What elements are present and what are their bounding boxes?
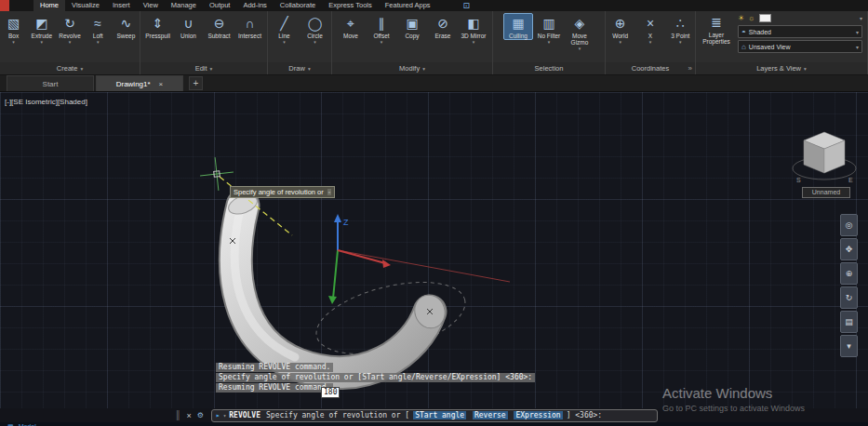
tooltip-text: Specify angle of revolution or	[234, 188, 324, 196]
recent-commands-icon[interactable]: ▾	[223, 412, 227, 419]
revolved-solid[interactable]	[235, 206, 430, 373]
command-bar-customize-icon[interactable]: ⚙	[197, 411, 204, 419]
menu-tab-insert[interactable]: Insert	[106, 0, 137, 11]
box-icon: ▧	[7, 15, 20, 33]
revolve-button[interactable]: ↻Revolve▾	[56, 13, 83, 46]
named-view-dropdown[interactable]: ⌂Unsaved View▾	[738, 40, 862, 53]
erase-icon: ⊘	[437, 15, 448, 33]
no-filter-button[interactable]: ▥No Filter▾	[534, 13, 564, 46]
erase-button[interactable]: ⊘Erase	[428, 13, 458, 40]
viewcube-view-name[interactable]: Unnamed	[802, 187, 850, 198]
move-gizmo-icon: ◈	[575, 15, 585, 33]
navigation-bar: ◎✥⊕↻▤▾	[840, 214, 858, 357]
chevron-down-icon: ▾	[12, 39, 15, 45]
angle-input-field[interactable]: 180	[321, 387, 340, 398]
3d-mirror-button[interactable]: ◧3D Mirror▾	[459, 13, 488, 46]
viewport-controls-label[interactable]: [-][SE Isometric][Shaded]	[5, 98, 87, 106]
panel-buttons: ⇕Presspull∪Union⊖Subtract∩Intersect	[140, 11, 267, 62]
panel-title-modify[interactable]: Modify▾	[332, 62, 492, 74]
menu-tab-output[interactable]: Output	[203, 0, 237, 11]
zoom-icon[interactable]: ⊕	[840, 262, 858, 285]
panel-title-layers-view[interactable]: Layers & View▾	[696, 62, 867, 74]
showmotion-icon[interactable]: ▤	[840, 311, 858, 333]
command-prompt-prefix: Specify angle of revolution or [	[266, 411, 409, 419]
menu-tab-visualize[interactable]: Visualize	[65, 0, 106, 11]
panel-title-edit[interactable]: Edit▾	[140, 62, 267, 74]
full-navigation-wheel-icon[interactable]: ◎	[840, 214, 858, 236]
command-input[interactable]: ▸ ▾ REVOLVE Specify angle of revolution …	[211, 409, 658, 422]
visual-style-dropdown[interactable]: ◓Shaded▾	[738, 25, 862, 38]
menu-tab-express-tools[interactable]: Express Tools	[322, 0, 379, 11]
pan-icon[interactable]: ✥	[840, 238, 858, 260]
copy-button[interactable]: ▣Copy	[397, 13, 427, 40]
panel-title-coordinates[interactable]: Coordinates»	[606, 62, 695, 74]
menu-tab-view[interactable]: View	[137, 0, 165, 11]
3-point-button[interactable]: ∴3 Point▾	[666, 13, 695, 46]
command-option-start-angle[interactable]: STart angle	[413, 411, 466, 419]
chevron-down-icon: ▾	[804, 66, 807, 72]
line-button[interactable]: ╱Line▾	[270, 13, 300, 46]
panel-title-selection[interactable]: Selection	[493, 62, 605, 74]
sweep-button[interactable]: ∿Sweep	[113, 13, 140, 40]
menu-tab-home[interactable]: Home	[33, 0, 65, 11]
layer-row-caret-icon[interactable]: ▾	[860, 15, 862, 21]
panel-title-create[interactable]: Create▾	[0, 62, 140, 74]
doc-tab-drawing1[interactable]: Drawing1*×	[96, 75, 183, 91]
command-bar-drag-handle[interactable]: ║	[175, 409, 180, 421]
grid-status-icon[interactable]: ▦	[7, 422, 14, 426]
x-button[interactable]: ×X▾	[635, 13, 664, 46]
presspull-button[interactable]: ⇕Presspull	[143, 13, 173, 40]
panel-title-text: Create	[57, 64, 78, 73]
new-tab-button[interactable]: +	[189, 76, 203, 90]
command-option-expression[interactable]: EXpression	[514, 411, 562, 419]
viewcube-compass-e: E	[848, 177, 853, 183]
union-button[interactable]: ∪Union	[174, 13, 204, 40]
command-options: STart angle Reverse EXpression	[412, 411, 564, 419]
chevron-down-icon: ▾	[619, 39, 621, 45]
menu-tab-collaborate[interactable]: Collaborate	[274, 0, 322, 11]
command-option-reverse[interactable]: Reverse	[473, 411, 508, 419]
ribbon-panel-coordinates: ⊕World▾×X▾∴3 Point▾Coordinates»	[606, 11, 696, 74]
subtract-icon: ⊖	[214, 15, 225, 33]
world-button[interactable]: ⊕World▾	[606, 13, 634, 46]
app-logo[interactable]	[0, 0, 9, 11]
sun-icon[interactable]: ☀	[738, 13, 744, 23]
panel-title-text: Layers & View	[756, 64, 801, 73]
x-axis-icon: ×	[647, 15, 654, 33]
sky-light-icon[interactable]: ☼	[748, 13, 754, 23]
box-button[interactable]: ▧Box▾	[0, 13, 27, 46]
move-gizmo-button[interactable]: ◈Move Gizmo▾	[565, 13, 594, 52]
move-button[interactable]: ⌖Move	[336, 13, 366, 40]
viewport[interactable]: Z S E [-][SE Isometric][Shaded]	[0, 92, 868, 408]
mirror-3d-icon: ◧	[467, 15, 479, 33]
ribbon-display-toggle-icon[interactable]: ⊡	[463, 0, 471, 11]
viewcube[interactable]: S E	[793, 132, 856, 183]
menu-tab-featured-apps[interactable]: Featured Apps	[379, 0, 437, 11]
extrude-button[interactable]: ◩Extrude▾	[28, 13, 55, 46]
chevron-down-icon: ▾	[381, 39, 383, 45]
navbar-more-icon[interactable]: ▾	[840, 335, 858, 357]
doc-tab-label: Drawing1*	[116, 80, 151, 88]
loft-button[interactable]: ≈Loft▾	[85, 13, 112, 46]
orbit-icon[interactable]: ↻	[840, 286, 858, 309]
model-space-label[interactable]: Model	[19, 422, 36, 426]
panel-buttons: ▧Box▾◩Extrude▾↻Revolve▾≈Loft▾∿Sweep	[0, 11, 140, 62]
close-tab-icon[interactable]: ×	[159, 80, 164, 88]
panel-title-draw[interactable]: Draw▾	[268, 62, 331, 74]
command-bar-close-icon[interactable]: ×	[186, 411, 191, 420]
menu-tab-manage[interactable]: Manage	[165, 0, 203, 11]
command-bar: ║ × ⚙ ▸ ▾ REVOLVE Specify angle of revol…	[0, 408, 868, 422]
culling-button[interactable]: ▦Culling	[503, 13, 533, 40]
circle-button[interactable]: ◯Circle▾	[300, 13, 330, 46]
panel-overflow-icon[interactable]: »	[688, 62, 692, 74]
offset-button[interactable]: ∥Offset▾	[367, 13, 396, 46]
button-label: Revolve	[59, 33, 80, 39]
subtract-button[interactable]: ⊖Subtract	[205, 13, 234, 40]
layer-color-swatch[interactable]	[759, 14, 771, 22]
intersect-button[interactable]: ∩Intersect	[235, 13, 265, 40]
button-label: World	[612, 33, 628, 39]
doc-tab-start[interactable]: Start	[7, 75, 94, 91]
layer-properties-button[interactable]: ≣Layer Properties	[698, 12, 735, 61]
menu-tab-add-ins[interactable]: Add-ins	[236, 0, 273, 11]
named-view-icon: ⌂	[741, 43, 746, 51]
